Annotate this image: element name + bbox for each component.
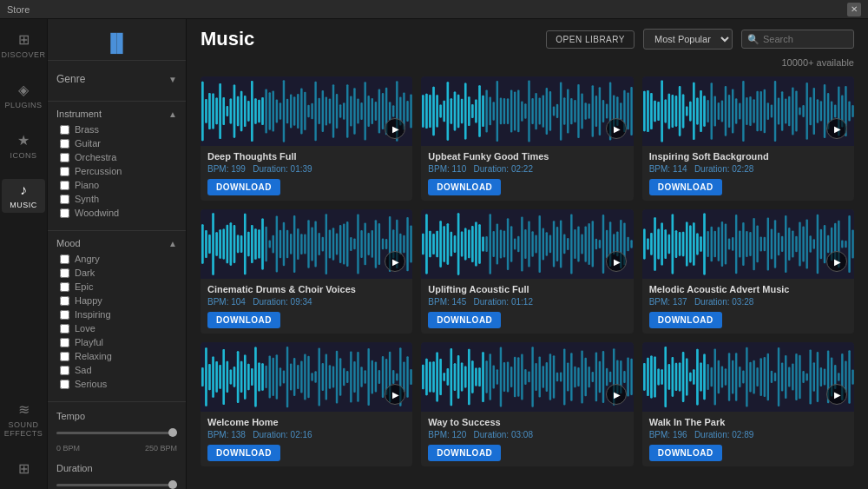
svg-rect-591 (582, 351, 583, 404)
svg-rect-332 (493, 231, 495, 257)
play-button[interactable]: ▶ (826, 251, 847, 272)
svg-rect-331 (490, 214, 491, 274)
svg-rect-674 (819, 367, 821, 387)
checkbox-dark-input[interactable] (60, 268, 69, 278)
checkbox-inspiring[interactable]: Inspiring (56, 307, 177, 321)
checkbox-playful[interactable]: Playful (56, 335, 177, 349)
svg-rect-343 (532, 231, 534, 257)
checkbox-happy-input[interactable] (60, 296, 69, 306)
svg-rect-45 (360, 102, 362, 120)
sidebar-item-icons[interactable]: ★ ICONS (2, 129, 45, 163)
checkbox-sad[interactable]: Sad (56, 363, 177, 377)
play-button[interactable]: ▶ (606, 384, 627, 405)
checkbox-piano-input[interactable] (60, 181, 69, 190)
woodwind-label: Woodwind (75, 208, 119, 218)
download-button[interactable]: DOWNLOAD (649, 312, 722, 328)
checkbox-dark[interactable]: Dark (56, 266, 177, 280)
svg-rect-527 (410, 369, 411, 385)
music-card[interactable]: ▶ Cinematic Drums & Choir Voices BPM: 10… (201, 209, 412, 334)
svg-rect-215 (852, 105, 853, 117)
checkbox-woodwind[interactable]: Woodwind (56, 206, 177, 220)
checkbox-inspiring-input[interactable] (60, 310, 69, 320)
checkbox-serious-input[interactable] (60, 380, 69, 389)
checkbox-playful-input[interactable] (60, 338, 69, 347)
download-button[interactable]: DOWNLOAD (207, 445, 280, 461)
sidebar-item-grid[interactable]: ⊞ (2, 457, 45, 480)
relaxing-label: Relaxing (75, 351, 112, 361)
play-button[interactable]: ▶ (606, 118, 627, 139)
checkbox-orchestra-input[interactable] (60, 153, 69, 162)
checkbox-sad-input[interactable] (60, 366, 69, 375)
checkbox-percussion-input[interactable] (60, 167, 69, 176)
checkbox-angry-input[interactable] (60, 254, 69, 264)
mood-filter-header[interactable]: Mood ▲ (56, 235, 177, 252)
checkbox-love[interactable]: Love (56, 321, 177, 335)
discover-icon: ⊞ (18, 31, 30, 48)
checkbox-orchestra[interactable]: Orchestra (56, 150, 177, 164)
checkbox-epic[interactable]: Epic (56, 280, 177, 294)
download-button[interactable]: DOWNLOAD (649, 445, 722, 461)
checkbox-angry[interactable]: Angry (56, 252, 177, 266)
svg-rect-311 (261, 219, 263, 270)
waveform-container: ▶ (421, 342, 633, 412)
play-button[interactable]: ▶ (826, 118, 847, 139)
svg-rect-514 (364, 370, 365, 384)
music-card[interactable]: ▶ Welcome Home BPM: 138 Duration: 02:16 … (201, 342, 412, 466)
checkbox-guitar-input[interactable] (60, 139, 69, 149)
svg-rect-517 (375, 362, 377, 393)
checkbox-love-input[interactable] (60, 324, 69, 334)
checkbox-synth[interactable]: Synth (56, 192, 177, 206)
download-button[interactable]: DOWNLOAD (428, 179, 501, 195)
duration-slider[interactable] (56, 479, 177, 489)
music-card[interactable]: ▶ Inspiring Soft Background BPM: 114 Dur… (642, 76, 854, 201)
svg-rect-112 (542, 95, 544, 127)
svg-rect-435 (802, 226, 804, 261)
checkbox-guitar[interactable]: Guitar (56, 136, 177, 150)
checkbox-happy[interactable]: Happy (56, 294, 177, 307)
play-button[interactable]: ▶ (606, 251, 627, 272)
checkbox-serious[interactable]: Serious (56, 377, 177, 391)
checkbox-percussion[interactable]: Percussion (56, 164, 177, 178)
checkbox-woodwind-input[interactable] (60, 208, 69, 218)
svg-rect-661 (773, 373, 775, 381)
genre-filter-header[interactable]: Genre ▼ (56, 68, 177, 90)
sidebar-item-plugins[interactable]: ◈ PLUGINS (2, 78, 45, 113)
download-button[interactable]: DOWNLOAD (428, 445, 501, 461)
checkbox-brass-input[interactable] (60, 125, 69, 135)
checkbox-relaxing[interactable]: Relaxing (56, 349, 177, 363)
sidebar-item-sound-effects[interactable]: ≋ SOUND EFFECTS (2, 398, 45, 441)
sort-select[interactable]: Most Popular Newest Oldest (643, 29, 733, 50)
svg-rect-422 (756, 226, 758, 263)
svg-rect-267 (318, 233, 319, 255)
download-button[interactable]: DOWNLOAD (649, 179, 722, 195)
music-card[interactable]: ▶ Walk In The Park BPM: 196 Duration: 02… (642, 342, 854, 466)
svg-rect-567 (496, 369, 498, 384)
music-card[interactable]: ▶ Melodic Acoustic Advert Music BPM: 137… (642, 209, 854, 334)
music-card[interactable]: ▶ Upbeat Funky Good Times BPM: 110 Durat… (421, 76, 633, 201)
music-card[interactable]: ▶ Uplifting Acoustic Full BPM: 145 Durat… (421, 209, 633, 334)
waveform-svg (201, 76, 412, 146)
open-library-button[interactable]: OPEN LIBRARY (546, 30, 635, 49)
checkbox-relaxing-input[interactable] (60, 352, 69, 361)
close-button[interactable]: ✕ (847, 3, 861, 17)
svg-rect-493 (290, 363, 292, 390)
svg-rect-433 (795, 236, 797, 253)
download-button[interactable]: DOWNLOAD (428, 312, 501, 328)
checkbox-piano[interactable]: Piano (56, 178, 177, 192)
svg-rect-449 (852, 230, 853, 259)
checkbox-brass[interactable]: Brass (56, 122, 177, 136)
tempo-slider[interactable] (56, 426, 177, 439)
checkbox-epic-input[interactable] (60, 282, 69, 292)
play-button[interactable]: ▶ (826, 384, 847, 405)
music-card[interactable]: ▶ Deep Thoughts Full BPM: 199 Duration: … (201, 76, 412, 201)
instrument-filter-header[interactable]: Instrument ▲ (56, 105, 177, 122)
sidebar-item-discover[interactable]: ⊞ DISCOVER (2, 28, 45, 63)
music-card[interactable]: ▶ Way to Success BPM: 120 Duration: 03:0… (421, 342, 633, 466)
svg-rect-134 (620, 102, 621, 120)
download-button[interactable]: DOWNLOAD (207, 312, 280, 328)
checkbox-synth-input[interactable] (60, 195, 69, 204)
svg-rect-104 (514, 92, 516, 131)
sidebar-item-music[interactable]: ♪ MUSIC (2, 179, 45, 213)
svg-rect-373 (426, 215, 428, 274)
download-button[interactable]: DOWNLOAD (207, 179, 280, 195)
